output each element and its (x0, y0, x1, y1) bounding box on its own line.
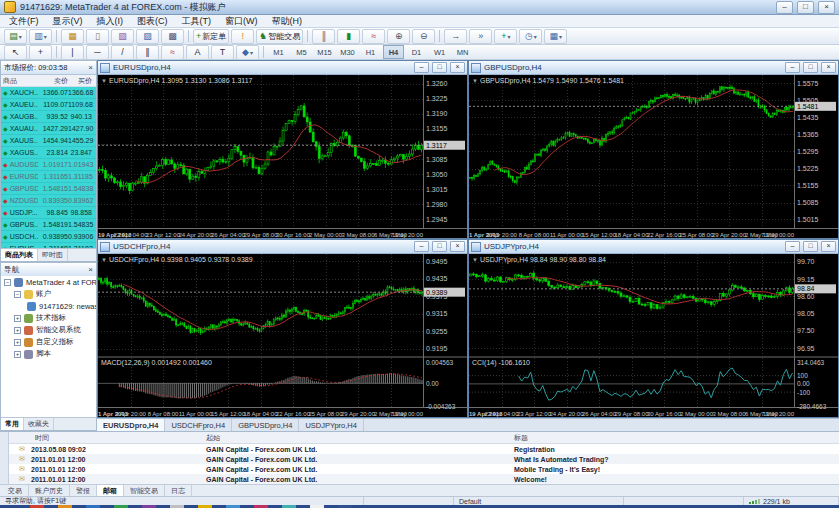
terminal-tab[interactable]: 账户历史 (29, 485, 70, 496)
market-watch-tab[interactable]: 商品列表 (1, 249, 38, 261)
price-axis[interactable]: 99.7099.1598.6098.0597.5096.9598.84 (795, 258, 836, 351)
market-watch-row[interactable]: ◆USDJP...98.84598.858 (1, 207, 96, 219)
channel-tool[interactable]: ∥ (136, 45, 159, 60)
chart-body-eurusd[interactable]: 1.32601.32251.31901.31551.31201.30851.30… (98, 75, 467, 238)
price-chart-usdjpy[interactable]: 99.7099.1598.6098.0597.5096.9598.8419 Ap… (469, 254, 838, 418)
expand-icon[interactable]: + (14, 315, 21, 322)
metaeditor-button[interactable]: ! (231, 29, 254, 44)
chart-restore-button[interactable]: □ (432, 241, 447, 252)
time-axis[interactable]: 19 Apr 201322 Apr 04:0023 Apr 12:0024 Ap… (98, 232, 424, 238)
terminal-column-1[interactable]: 起始 (206, 433, 514, 443)
timeframe-m30-button[interactable]: M30 (337, 45, 358, 59)
chart-close-button[interactable]: × (821, 62, 836, 73)
chart-close-button[interactable]: × (450, 62, 465, 73)
line-chart-button[interactable]: ≈ (362, 29, 385, 44)
navigator-toggle[interactable]: ▧ (111, 29, 134, 44)
chart-body-gbpusd[interactable]: 1.55751.55051.54351.53651.52951.52251.51… (469, 75, 838, 238)
close-icon[interactable]: × (88, 64, 93, 72)
chart-tab[interactable]: USDCHFpro,H4 (165, 419, 232, 431)
timeframe-mn-button[interactable]: MN (452, 45, 473, 59)
navigator-item[interactable]: +智能交易系统 (1, 324, 96, 336)
chart-titlebar-eurusd[interactable]: EURUSDpro,H4–□× (98, 61, 467, 75)
terminal-toggle[interactable]: ▨ (136, 29, 159, 44)
time-axis[interactable]: 1 Apr 20133 Apr 20:008 Apr 08:0011 Apr 0… (469, 232, 795, 238)
expand-icon[interactable]: + (14, 351, 21, 358)
menu-item[interactable]: 图表(C) (130, 15, 175, 28)
market-watch-tab[interactable]: 即时图 (38, 249, 68, 261)
indicators-button[interactable]: +▾ (494, 29, 517, 44)
window-close-button[interactable]: × (818, 1, 835, 14)
market-watch-row[interactable]: ◆XAUCH...1366.071366.68 (1, 87, 96, 99)
vertical-line-tool[interactable]: | (61, 45, 84, 60)
market-watch-row[interactable]: ◆XAUGB...939.52940.13 (1, 111, 96, 123)
market-watch-column-0[interactable]: 商品 (1, 76, 38, 86)
market-watch-column-2[interactable]: 买价 (68, 76, 94, 86)
chart-shift-button[interactable]: » (469, 29, 492, 44)
zoom-in-button[interactable]: ⊕ (387, 29, 410, 44)
chart-close-button[interactable]: × (450, 241, 465, 252)
terminal-tab[interactable]: 警报 (70, 485, 97, 496)
new-order-button[interactable]: +新定单 (193, 29, 229, 44)
market-watch-row[interactable]: ◆EURUSD1.311651.31185 (1, 171, 96, 183)
terminal-column-2[interactable]: 标题 (514, 433, 839, 443)
navigator-item[interactable]: 91471629: newasp (1, 300, 96, 312)
navigator-item[interactable]: −MetaTrader 4 at FOREX.cc (1, 276, 96, 288)
time-axis[interactable]: 19 Apr 201322 Apr 04:0023 Apr 12:0024 Ap… (469, 411, 795, 417)
chart-tab[interactable]: USDJPYpro,H4 (299, 419, 364, 431)
periods-button[interactable]: ◷▾ (519, 29, 542, 44)
strategy-tester-toggle[interactable]: ▩ (161, 29, 184, 44)
chart-titlebar-usdjpy[interactable]: USDJPYpro,H4–□× (469, 240, 838, 254)
chart-titlebar-gbpusd[interactable]: GBPUSDpro,H4–□× (469, 61, 838, 75)
chart-tab[interactable]: GBPUSDpro,H4 (232, 419, 299, 431)
navigator-item[interactable]: +脚本 (1, 348, 96, 360)
chart-restore-button[interactable]: □ (432, 62, 447, 73)
market-watch-toggle[interactable]: ▦ (61, 29, 84, 44)
status-profile[interactable]: Default (454, 497, 624, 505)
market-watch-row[interactable]: ◆XAGUS...23.81423.847 (1, 147, 96, 159)
timeframe-m5-button[interactable]: M5 (291, 45, 312, 59)
time-axis[interactable]: 1 Apr 20133 Apr 20:008 Apr 08:0011 Apr 0… (98, 411, 424, 417)
chart-close-button[interactable]: × (821, 241, 836, 252)
market-watch-row[interactable]: ◆XAUAU...1427.291427.90 (1, 123, 96, 135)
candlestick-button[interactable]: ▮ (337, 29, 360, 44)
text-tool[interactable]: A (186, 45, 209, 60)
timeframe-w1-button[interactable]: W1 (429, 45, 450, 59)
price-axis[interactable]: 1.32601.32251.31901.31551.31201.30851.30… (424, 80, 465, 223)
terminal-tab[interactable]: 邮箱 (97, 485, 124, 496)
navigator-item[interactable]: −账户 (1, 288, 96, 300)
profiles-button[interactable]: ▥▾ (29, 29, 52, 44)
navigator-item[interactable]: +自定义指标 (1, 336, 96, 348)
price-chart-usdchf[interactable]: 0.94950.94350.93750.93150.92550.91950.93… (98, 254, 467, 418)
collapse-icon[interactable]: − (14, 291, 21, 298)
chart-body-usdchf[interactable]: 0.94950.94350.93750.93150.92550.91950.93… (98, 254, 467, 417)
chart-restore-button[interactable]: □ (803, 241, 818, 252)
chart-body-usdjpy[interactable]: 99.7099.1598.6098.0597.5096.9598.8419 Ap… (469, 254, 838, 417)
market-watch-row[interactable]: ◆NZDUSD0.839350.83962 (1, 195, 96, 207)
horizontal-line-tool[interactable]: ─ (86, 45, 109, 60)
market-watch-row[interactable]: ◆GBPUS...1.548191.54835 (1, 219, 96, 231)
market-watch-row[interactable]: ◆XAUEU...1109.071109.68 (1, 99, 96, 111)
chart-tab[interactable]: EURUSDpro,H4 (97, 419, 165, 431)
navigator-tab[interactable]: 常用 (1, 418, 24, 430)
menu-item[interactable]: 显示(V) (46, 15, 90, 28)
title-bar[interactable]: 91471629: MetaTrader 4 at FOREX.com - 模拟… (0, 0, 839, 15)
menu-item[interactable]: 文件(F) (2, 15, 46, 28)
window-maximize-button[interactable]: □ (797, 1, 814, 14)
terminal-tab[interactable]: 智能交易 (124, 485, 165, 496)
expand-icon[interactable]: + (14, 327, 21, 334)
expert-advisors-button[interactable]: ♞智能交易 (256, 29, 303, 44)
timeframe-d1-button[interactable]: D1 (406, 45, 427, 59)
templates-button[interactable]: ▦▾ (544, 29, 567, 44)
chart-restore-button[interactable]: □ (803, 62, 818, 73)
mail-row[interactable]: ✉2011.01.01 12:00GAIN Capital - Forex.co… (9, 474, 839, 484)
collapse-icon[interactable]: − (4, 279, 11, 286)
timeframe-h1-button[interactable]: H1 (360, 45, 381, 59)
market-watch-row[interactable]: ◆USDCH...0.938950.93906 (1, 231, 96, 243)
market-watch-row[interactable]: ◆GBPUSD1.548151.54838 (1, 183, 96, 195)
mail-row[interactable]: ✉2013.05.08 09:02GAIN Capital - Forex.co… (9, 444, 839, 454)
mail-row[interactable]: ✉2011.01.01 12:00GAIN Capital - Forex.co… (9, 454, 839, 464)
bar-chart-button[interactable]: ║ (312, 29, 335, 44)
chart-minimize-button[interactable]: – (785, 62, 800, 73)
market-watch-row[interactable]: ◆XAUUS...1454.941455.29 (1, 135, 96, 147)
terminal-tab[interactable]: 日志 (165, 485, 192, 496)
